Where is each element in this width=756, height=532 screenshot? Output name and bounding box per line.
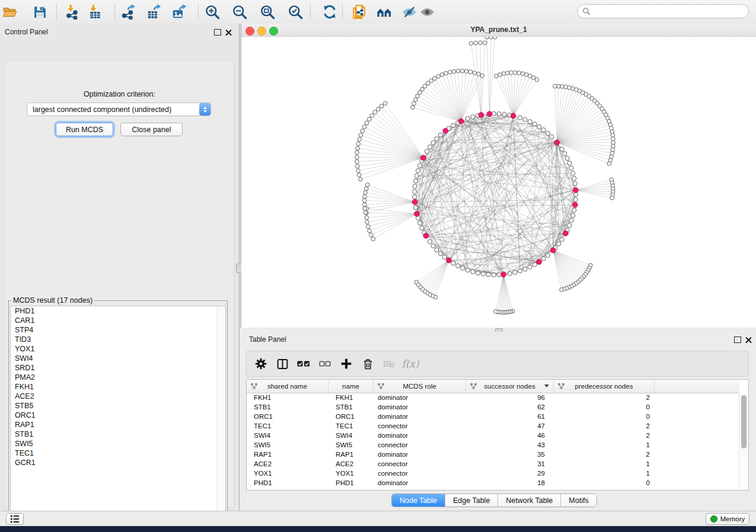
- table-row[interactable]: RAP1RAP1dominator352: [247, 450, 739, 459]
- table-row[interactable]: ORC1ORC1dominator610: [247, 412, 739, 421]
- cell-MCDS-role: dominator: [374, 393, 466, 402]
- float-panel-button[interactable]: [214, 29, 221, 36]
- cell-predecessor-nodes: 2: [554, 393, 655, 402]
- mcds-result-item[interactable]: RAP1: [11, 420, 225, 430]
- cell-MCDS-role: dominator: [374, 478, 466, 488]
- export-network-button[interactable]: [119, 2, 138, 21]
- toolbar-separator: [310, 4, 311, 20]
- close-table-panel-button[interactable]: [745, 336, 752, 343]
- table-scrollbar[interactable]: [739, 393, 748, 490]
- mcds-result-item[interactable]: STP4: [11, 325, 225, 335]
- close-panel-button[interactable]: [225, 29, 232, 36]
- cell-name: PHD1: [328, 478, 374, 488]
- column-header-name[interactable]: name: [328, 380, 374, 393]
- table-row[interactable]: STB1STB1dominator620: [247, 402, 739, 412]
- column-label: shared name: [267, 383, 307, 390]
- mcds-result-item[interactable]: ORC1: [11, 411, 225, 420]
- first-neighbors-button[interactable]: [375, 2, 394, 21]
- mcds-result-item[interactable]: CAR1: [11, 316, 225, 325]
- export-image-button[interactable]: [170, 2, 189, 21]
- export-network-icon: [120, 4, 136, 20]
- cell-name: RAP1: [328, 450, 374, 459]
- cell-successor-nodes: 31: [466, 459, 554, 469]
- mcds-result-item[interactable]: STB5: [11, 401, 225, 411]
- network-view-window: YPA_prune.txt_1: [241, 24, 756, 328]
- refresh-view-button[interactable]: [320, 2, 339, 21]
- optimization-criterion-select[interactable]: largest connected component (undirected): [27, 102, 211, 116]
- tab-network-table[interactable]: Network Table: [497, 494, 560, 507]
- import-table-button[interactable]: [85, 2, 104, 21]
- column-label: name: [342, 383, 359, 390]
- hide-selected-button[interactable]: [400, 2, 419, 21]
- mcds-result-item[interactable]: SRD1: [11, 363, 225, 373]
- mcds-result-item[interactable]: SWI4: [11, 354, 225, 363]
- toolbar-separator: [56, 4, 57, 20]
- import-network-button[interactable]: [63, 2, 82, 21]
- cell-shared-name: RAP1: [247, 450, 328, 459]
- mcds-result-item[interactable]: TEC1: [11, 448, 225, 458]
- run-mcds-button[interactable]: Run MCDS: [56, 123, 113, 136]
- settings-gear-button[interactable]: [250, 353, 272, 374]
- delete-column-button[interactable]: [357, 353, 378, 374]
- list-scrollbar[interactable]: [217, 306, 225, 513]
- show-all-button[interactable]: [417, 2, 436, 21]
- tab-motifs[interactable]: Motifs: [560, 494, 596, 507]
- table-row[interactable]: FKH1FKH1dominator962: [247, 393, 739, 402]
- column-header-successor-nodes[interactable]: successor nodes: [466, 380, 554, 393]
- table-row[interactable]: YOX1YOX1connector291: [247, 469, 739, 478]
- mcds-result-item[interactable]: GCR1: [11, 458, 225, 467]
- zoom-in-button[interactable]: [203, 2, 222, 21]
- zoom-selected-icon: [288, 4, 304, 20]
- column-label: MCDS role: [403, 383, 436, 390]
- table-row[interactable]: PHD1PHD1dominator180: [247, 478, 739, 488]
- table-scrollbar-thumb[interactable]: [741, 395, 747, 448]
- table-row[interactable]: ACE2ACE2connector311: [247, 459, 739, 469]
- search-box[interactable]: [577, 4, 749, 18]
- mcds-result-item[interactable]: STB1: [11, 430, 225, 439]
- select-all-checkboxes-button[interactable]: [293, 353, 314, 374]
- toggle-columns-button[interactable]: [272, 353, 293, 374]
- mcds-result-item[interactable]: YOX1: [11, 344, 225, 354]
- cell-successor-nodes: 35: [466, 450, 554, 459]
- mcds-result-list: PHD1CAR1STP4TID3YOX1SWI4SRD1PMA2FKH1ACE2…: [10, 306, 226, 514]
- cell-predecessor-nodes: 2: [554, 431, 655, 440]
- save-session-button[interactable]: [30, 2, 49, 21]
- zoom-selected-button[interactable]: [286, 2, 305, 21]
- cell-successor-nodes: 29: [466, 469, 554, 478]
- cell-shared-name: SWI5: [247, 440, 328, 450]
- cell-successor-nodes: 18: [466, 478, 554, 488]
- table-row[interactable]: SWI4SWI4dominator462: [247, 431, 739, 440]
- mcds-result-item[interactable]: ACE2: [11, 392, 225, 401]
- duplicate-network-button[interactable]: [349, 2, 368, 21]
- mcds-result-item[interactable]: FKH1: [11, 382, 225, 392]
- zoom-out-button[interactable]: [230, 2, 249, 21]
- column-header-MCDS-role[interactable]: MCDS role: [374, 380, 466, 393]
- trash-icon: [362, 358, 374, 370]
- column-label: successor nodes: [484, 383, 535, 390]
- mcds-result-item[interactable]: TID3: [11, 335, 225, 344]
- column-header-shared-name[interactable]: shared name: [247, 380, 328, 393]
- deselect-all-checkboxes-button[interactable]: [314, 353, 336, 374]
- network-titlebar[interactable]: YPA_prune.txt_1: [241, 24, 756, 37]
- open-file-button[interactable]: [1, 2, 20, 21]
- zoom-fit-button[interactable]: [258, 2, 277, 21]
- mcds-result-item[interactable]: SWI5: [11, 439, 225, 448]
- close-panel-button-mcds[interactable]: Close panel: [120, 123, 183, 136]
- unchecked-boxes-icon: [318, 357, 331, 370]
- mcds-result-item[interactable]: PHD1: [11, 306, 225, 316]
- search-input[interactable]: [594, 7, 744, 16]
- tab-node-table[interactable]: Node Table: [392, 494, 445, 507]
- add-column-button[interactable]: [336, 353, 357, 374]
- network-canvas[interactable]: [241, 37, 756, 328]
- table-row[interactable]: TEC1TEC1connector472: [247, 421, 739, 431]
- table-row[interactable]: SWI5SWI5connector431: [247, 440, 739, 450]
- export-table-button[interactable]: [144, 2, 163, 21]
- float-table-panel-button[interactable]: [734, 336, 741, 343]
- mcds-result-item[interactable]: PMA2: [11, 373, 225, 382]
- memory-button[interactable]: Memory: [706, 513, 749, 525]
- network-graph[interactable]: [241, 37, 756, 328]
- column-header-predecessor-nodes[interactable]: predecessor nodes: [554, 380, 655, 393]
- cell-name: TEC1: [328, 421, 374, 431]
- tab-edge-table[interactable]: Edge Table: [445, 494, 497, 507]
- panel-menu-button[interactable]: [6, 513, 24, 525]
